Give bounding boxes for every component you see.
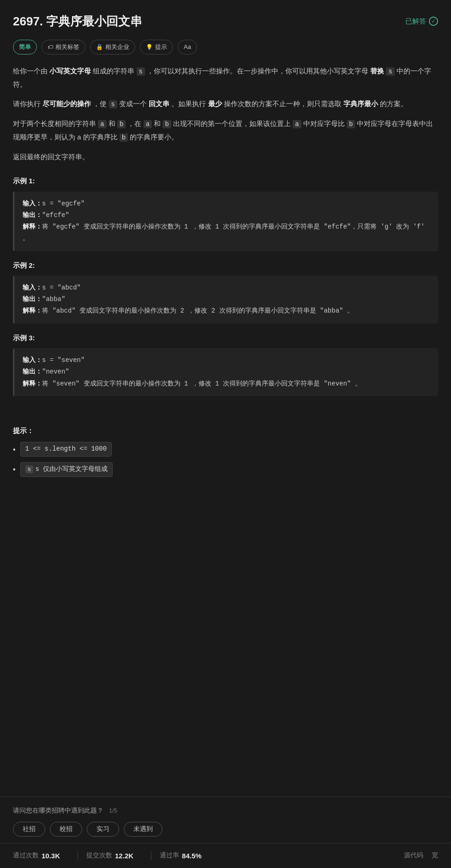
tag-related-companies[interactable]: 🔒 相关企业	[90, 40, 135, 54]
description: 给你一个由 小写英文字母 组成的字符串 s ，你可以对其执行一些操作。在一步操作…	[13, 65, 438, 163]
related-tags-label: 相关标签	[55, 42, 79, 52]
related-companies-label: 相关企业	[105, 42, 129, 52]
footer-bar: 通过次数 10.3K 提交次数 12.2K 通过率 84.5% 源代码 宽	[0, 843, 451, 868]
description-para1: 给你一个由 小写英文字母 组成的字符串 s ，你可以对其执行一些操作。在一步操作…	[13, 65, 438, 91]
example-3-input: 输入：s = "seven"	[23, 355, 430, 366]
description-para4: 返回最终的回文字符串。	[13, 151, 438, 163]
title-row: 2697. 字典序最小回文串 已解答 ✓	[13, 11, 438, 31]
hints-title: 提示：	[13, 425, 438, 437]
example-2-output: 输出："abba"	[23, 294, 430, 305]
example-3-title: 示例 3:	[13, 332, 438, 344]
example-1: 示例 1: 输入：s = "egcfe" 输出："efcfe" 解释：将 "eg…	[13, 175, 438, 251]
tag-hint[interactable]: 💡 提示	[140, 40, 173, 54]
tags-row: 简单 🏷 相关标签 🔒 相关企业 💡 提示 Aa	[13, 40, 438, 54]
room-link[interactable]: 宽	[432, 850, 438, 861]
example-1-title: 示例 1:	[13, 175, 438, 187]
survey-pagination: 1/5	[109, 806, 117, 816]
example-1-explanation: 解释：将 "egcfe" 变成回文字符串的最小操作次数为 1 ，修改 1 次得到…	[23, 221, 430, 244]
survey-buttons: 社招 校招 实习 未遇到	[13, 822, 438, 837]
example-3-output: 输出："neven"	[23, 366, 430, 378]
hint-item-1: • 1 <= s.length <= 1000	[13, 442, 438, 457]
example-2-title: 示例 2:	[13, 259, 438, 271]
submit-value: 12.2K	[115, 850, 133, 862]
hint-bullet-2: •	[13, 463, 16, 476]
difficulty-label: 简单	[19, 42, 31, 52]
rate-value: 84.5%	[182, 850, 202, 862]
survey-btn-campus[interactable]: 校招	[50, 822, 82, 837]
tag-related-tags[interactable]: 🏷 相关标签	[42, 40, 85, 54]
bulb-icon: 💡	[146, 42, 153, 52]
problem-title-text: 字典序最小回文串	[46, 14, 142, 28]
survey-btn-social[interactable]: 社招	[13, 822, 45, 837]
font-label: Aa	[184, 42, 191, 52]
source-code-link[interactable]: 源代码	[404, 850, 423, 861]
hint-item-2: • ss 仅由小写英文字母组成	[13, 462, 438, 477]
main-content: 2697. 字典序最小回文串 已解答 ✓ 简单 🏷 相关标签 🔒 相关企业 💡 …	[0, 0, 451, 796]
submit-label: 提交次数	[86, 850, 112, 861]
page-title: 2697. 字典序最小回文串	[13, 11, 142, 31]
footer-divider-2	[151, 851, 151, 860]
survey-btn-intern[interactable]: 实习	[87, 822, 119, 837]
solved-badge: 已解答 ✓	[405, 15, 438, 27]
footer-stat-pass: 通过次数 10.3K	[13, 850, 60, 862]
survey-btn-not-met[interactable]: 未遇到	[124, 822, 162, 837]
pass-value: 10.3K	[42, 850, 60, 862]
example-3: 示例 3: 输入：s = "seven" 输出："neven" 解释：将 "se…	[13, 332, 438, 396]
description-para3: 对于两个长度相同的字符串 a 和 b ，在 a 和 b 出现不同的第一个位置，如…	[13, 117, 438, 144]
footer-right: 源代码 宽	[404, 850, 438, 861]
tag-font[interactable]: Aa	[178, 40, 197, 54]
tag-icon: 🏷	[48, 42, 53, 52]
example-2-box: 输入：s = "abcd" 输出："abba" 解释：将 "abcd" 变成回文…	[13, 276, 438, 324]
example-1-input: 输入：s = "egcfe"	[23, 198, 430, 210]
survey-question-text: 请问您在哪类招聘中遇到此题？	[13, 805, 103, 816]
rate-label: 通过率	[160, 850, 179, 861]
lock-icon: 🔒	[96, 42, 103, 52]
hint-code-1: 1 <= s.length <= 1000	[20, 442, 112, 457]
hints-section: 提示： • 1 <= s.length <= 1000 • ss 仅由小写英文字…	[13, 425, 438, 477]
hint-code-2: ss 仅由小写英文字母组成	[20, 462, 113, 477]
footer-stat-rate: 通过率 84.5%	[160, 850, 202, 862]
solved-label: 已解答	[405, 15, 426, 27]
example-3-box: 输入：s = "seven" 输出："neven" 解释：将 "seven" 变…	[13, 348, 438, 396]
example-2: 示例 2: 输入：s = "abcd" 输出："abba" 解释：将 "abcd…	[13, 259, 438, 324]
hint-s-inline: s	[25, 465, 34, 473]
hint-bullet-1: •	[13, 443, 16, 456]
survey-section: 请问您在哪类招聘中遇到此题？ 1/5 社招 校招 实习 未遇到	[0, 796, 451, 843]
footer-stat-submit: 提交次数 12.2K	[86, 850, 133, 862]
tag-difficulty[interactable]: 简单	[13, 40, 37, 54]
example-3-explanation: 解释：将 "seven" 变成回文字符串的最小操作次数为 1 ，修改 1 次得到…	[23, 378, 430, 390]
hint-label: 提示	[155, 42, 167, 52]
example-2-input: 输入：s = "abcd"	[23, 282, 430, 294]
survey-question: 请问您在哪类招聘中遇到此题？ 1/5	[13, 805, 438, 816]
problem-number: 2697.	[13, 14, 43, 28]
example-1-box: 输入：s = "egcfe" 输出："efcfe" 解释：将 "egcfe" 变…	[13, 192, 438, 251]
pass-label: 通过次数	[13, 850, 39, 861]
example-1-output: 输出："efcfe"	[23, 210, 430, 221]
check-circle-icon: ✓	[429, 17, 438, 26]
description-para2: 请你执行 尽可能少的操作 ，使 s 变成一个 回文串 。如果执行 最少 操作次数…	[13, 97, 438, 111]
footer-divider-1	[78, 851, 78, 860]
example-2-explanation: 解释：将 "abcd" 变成回文字符串的最小操作次数为 2 ，修改 2 次得到的…	[23, 305, 430, 317]
